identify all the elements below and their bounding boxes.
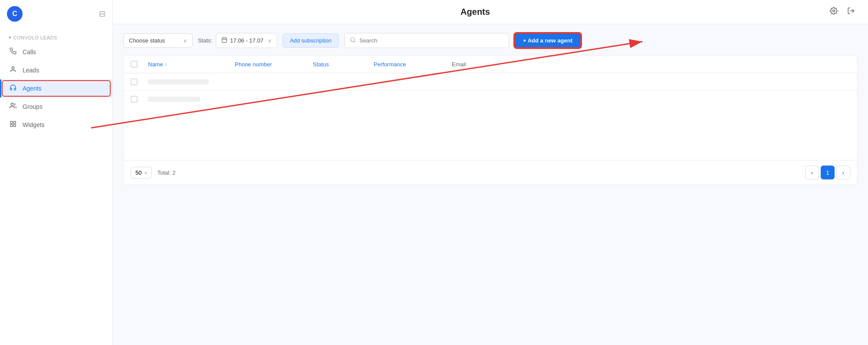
sidebar-item-agents-wrapper: Agents — [0, 79, 112, 98]
row-checkbox[interactable] — [131, 78, 138, 85]
stats-selector: Stats: 17.06 - 17.07 ∨ — [198, 33, 277, 48]
table-header-status: Status — [313, 61, 374, 68]
sidebar-item-groups-label: Groups — [23, 103, 43, 110]
svg-rect-5 — [13, 124, 16, 127]
svg-point-12 — [351, 38, 355, 42]
sidebar-item-calls-label: Calls — [23, 49, 36, 55]
sidebar-section-label: ▾ CONVOLO LEADS — [0, 28, 112, 43]
table-header-phone: Phone number — [235, 61, 313, 68]
page-title: Agents — [123, 7, 827, 17]
search-input[interactable] — [359, 37, 503, 44]
logout-icon — [847, 7, 855, 17]
add-agent-button[interactable]: + Add a new agent — [514, 33, 581, 48]
sidebar-item-agents-label: Agents — [23, 85, 42, 92]
stats-date-chevron-icon: ∨ — [268, 38, 272, 44]
table-body — [124, 73, 857, 160]
prev-page-button[interactable]: ‹ — [805, 166, 819, 179]
pagination-bar: 50 ∨ Total: 2 ‹ 1 › — [124, 160, 857, 185]
pagination-controls: ‹ 1 › — [805, 166, 850, 179]
svg-rect-2 — [10, 121, 13, 124]
agents-table: Name ↕ Phone number Status Performance E… — [123, 55, 858, 185]
sidebar: C ⊟ ▾ CONVOLO LEADS Calls Leads — [0, 0, 113, 345]
sidebar-item-leads-label: Leads — [23, 67, 39, 74]
add-agent-wrapper: + Add a new agent — [514, 33, 581, 48]
svg-rect-4 — [10, 124, 13, 127]
sidebar-nav: Calls Leads Agents Groups — [0, 43, 112, 345]
logo[interactable]: C — [7, 6, 23, 22]
status-select-label: Choose status — [129, 37, 165, 44]
content-area: Choose status ∨ Stats: 17.06 - 17.07 ∨ A… — [113, 24, 868, 345]
sidebar-item-widgets-label: Widgets — [23, 121, 45, 128]
table-header-row: Name ↕ Phone number Status Performance E… — [124, 55, 857, 73]
main-content: Agents Choose status ∨ — [113, 0, 868, 345]
total-label: Total: 2 — [157, 169, 175, 176]
settings-icon — [830, 7, 838, 17]
topbar: Agents — [113, 0, 868, 24]
table-header-name: Name ↕ — [148, 61, 235, 68]
toolbar: Choose status ∨ Stats: 17.06 - 17.07 ∨ A… — [123, 33, 858, 48]
search-box — [344, 33, 509, 48]
page-1-button[interactable]: 1 — [821, 166, 835, 179]
sidebar-item-agents[interactable]: Agents — [0, 79, 112, 98]
topbar-actions — [827, 4, 858, 20]
leads-icon — [9, 66, 17, 75]
svg-point-6 — [833, 10, 835, 12]
stats-date-picker[interactable]: 17.06 - 17.07 ∨ — [216, 33, 277, 48]
widgets-icon — [9, 120, 17, 129]
stats-label: Stats: — [198, 37, 212, 44]
stats-date-value: 17.06 - 17.07 — [230, 37, 263, 44]
table-row[interactable] — [124, 91, 857, 108]
search-icon — [350, 37, 356, 44]
agents-icon — [9, 84, 17, 93]
sidebar-item-leads[interactable]: Leads — [0, 61, 112, 79]
groups-icon — [9, 102, 17, 111]
status-chevron-icon: ∨ — [183, 38, 187, 44]
svg-rect-8 — [222, 38, 227, 42]
name-sort-icon[interactable]: ↕ — [165, 62, 167, 67]
next-page-button[interactable]: › — [836, 166, 850, 179]
calls-icon — [9, 48, 17, 56]
table-header-email: Email — [452, 61, 850, 68]
table-header-checkbox — [131, 61, 148, 68]
calendar-icon — [221, 37, 227, 44]
sidebar-header: C ⊟ — [0, 0, 112, 28]
svg-rect-3 — [13, 121, 16, 124]
sidebar-item-widgets[interactable]: Widgets — [0, 116, 112, 134]
svg-point-1 — [11, 103, 13, 105]
logout-button[interactable] — [845, 4, 858, 20]
table-row[interactable] — [124, 73, 857, 91]
table-header-performance: Performance — [374, 61, 452, 68]
svg-line-13 — [354, 41, 355, 42]
per-page-select[interactable]: 50 ∨ — [131, 167, 152, 179]
add-subscription-button[interactable]: Add subscription — [283, 33, 339, 48]
row-checkbox[interactable] — [131, 96, 138, 103]
per-page-chevron-icon: ∨ — [144, 170, 147, 175]
status-select[interactable]: Choose status ∨ — [123, 33, 193, 48]
settings-button[interactable] — [827, 4, 840, 20]
select-all-checkbox[interactable] — [131, 61, 138, 68]
sidebar-toggle-button[interactable]: ⊟ — [99, 9, 105, 19]
svg-point-0 — [12, 67, 14, 69]
sidebar-item-calls[interactable]: Calls — [0, 43, 112, 61]
sidebar-item-groups[interactable]: Groups — [0, 98, 112, 116]
